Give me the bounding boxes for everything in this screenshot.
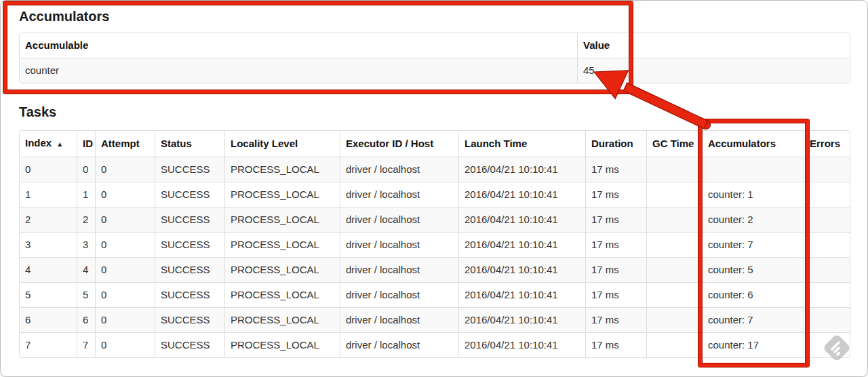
task-cell-accumulators: counter: 1 <box>702 182 804 207</box>
task-cell-accumulators <box>702 157 804 182</box>
task-cell-gc-time <box>646 257 702 282</box>
tasks-col-header-gc-time[interactable]: GC Time <box>646 131 702 157</box>
accumulable-column-header[interactable]: Accumulable <box>20 33 577 58</box>
tasks-col-header-executor-id-host[interactable]: Executor ID / Host <box>340 131 458 157</box>
task-cell-id: 6 <box>77 307 95 332</box>
task-cell-id: 3 <box>77 232 95 257</box>
task-cell-executor-id-host: driver / localhost <box>340 282 458 307</box>
task-cell-attempt: 0 <box>95 232 155 257</box>
task-cell-index: 0 <box>20 157 77 182</box>
task-cell-status: SUCCESS <box>155 332 224 357</box>
task-cell-launch-time: 2016/04/21 10:10:41 <box>458 207 585 232</box>
task-cell-id: 2 <box>77 207 95 232</box>
task-row: 2 2 0 SUCCESS PROCESS_LOCAL driver / loc… <box>20 207 850 232</box>
task-cell-errors <box>804 182 850 207</box>
task-cell-status: SUCCESS <box>155 232 224 257</box>
task-cell-launch-time: 2016/04/21 10:10:41 <box>458 257 585 282</box>
task-cell-attempt: 0 <box>95 282 155 307</box>
task-cell-accumulators: counter: 5 <box>702 257 804 282</box>
tasks-col-header-errors[interactable]: Errors <box>804 131 850 157</box>
tasks-col-header-duration[interactable]: Duration <box>585 131 646 157</box>
task-cell-index: 1 <box>20 182 77 207</box>
task-cell-launch-time: 2016/04/21 10:10:41 <box>458 307 585 332</box>
tasks-col-header-attempt[interactable]: Attempt <box>95 131 155 157</box>
task-cell-duration: 17 ms <box>585 332 646 357</box>
task-cell-executor-id-host: driver / localhost <box>340 332 458 357</box>
task-cell-status: SUCCESS <box>155 307 224 332</box>
task-cell-id: 4 <box>77 257 95 282</box>
accumulators-section-title: Accumulators <box>19 8 849 24</box>
value-column-header[interactable]: Value <box>577 33 850 58</box>
task-cell-errors <box>804 257 850 282</box>
tasks-col-header-index-label: Index <box>25 137 52 148</box>
task-row: 0 0 0 SUCCESS PROCESS_LOCAL driver / loc… <box>20 157 850 182</box>
task-cell-index: 7 <box>20 332 77 357</box>
task-cell-index: 5 <box>20 282 77 307</box>
task-cell-duration: 17 ms <box>585 157 646 182</box>
accumulator-value-cell: 45 <box>577 58 850 83</box>
task-cell-duration: 17 ms <box>585 207 646 232</box>
task-cell-errors <box>804 157 850 182</box>
tasks-section-title: Tasks <box>19 104 849 120</box>
task-cell-launch-time: 2016/04/21 10:10:41 <box>458 232 585 257</box>
task-cell-locality-level: PROCESS_LOCAL <box>224 182 340 207</box>
task-cell-gc-time <box>646 157 702 182</box>
task-cell-locality-level: PROCESS_LOCAL <box>224 257 340 282</box>
task-cell-accumulators: counter: 2 <box>702 207 804 232</box>
task-cell-status: SUCCESS <box>155 257 224 282</box>
task-cell-gc-time <box>646 232 702 257</box>
task-cell-executor-id-host: driver / localhost <box>340 257 458 282</box>
page-content: Accumulators Accumulable Value counter 4… <box>19 0 849 358</box>
task-cell-duration: 17 ms <box>585 282 646 307</box>
tasks-table-header-row: Index▲ ID Attempt Status Locality Level … <box>20 131 850 157</box>
task-cell-id: 5 <box>77 282 95 307</box>
task-cell-duration: 17 ms <box>585 182 646 207</box>
task-cell-accumulators: counter: 7 <box>702 307 804 332</box>
tasks-table: Index▲ ID Attempt Status Locality Level … <box>19 130 850 358</box>
task-cell-id: 0 <box>77 157 95 182</box>
task-cell-duration: 17 ms <box>585 232 646 257</box>
task-cell-status: SUCCESS <box>155 207 224 232</box>
tasks-col-header-id[interactable]: ID <box>77 131 95 157</box>
task-cell-index: 2 <box>20 207 77 232</box>
task-cell-status: SUCCESS <box>155 182 224 207</box>
task-cell-accumulators: counter: 17 <box>702 332 804 357</box>
task-cell-locality-level: PROCESS_LOCAL <box>224 307 340 332</box>
task-cell-id: 7 <box>77 332 95 357</box>
tasks-col-header-accumulators[interactable]: Accumulators <box>702 131 804 157</box>
tasks-col-header-locality-level[interactable]: Locality Level <box>224 131 340 157</box>
task-cell-accumulators: counter: 7 <box>702 232 804 257</box>
tasks-col-header-status[interactable]: Status <box>155 131 224 157</box>
task-cell-errors <box>804 307 850 332</box>
task-cell-status: SUCCESS <box>155 282 224 307</box>
task-cell-errors <box>804 232 850 257</box>
task-cell-errors <box>804 207 850 232</box>
accumulators-table: Accumulable Value counter 45 <box>19 33 850 83</box>
task-cell-attempt: 0 <box>95 182 155 207</box>
task-row: 1 1 0 SUCCESS PROCESS_LOCAL driver / loc… <box>20 182 850 207</box>
task-row: 6 6 0 SUCCESS PROCESS_LOCAL driver / loc… <box>20 307 850 332</box>
task-cell-duration: 17 ms <box>585 307 646 332</box>
task-cell-duration: 17 ms <box>585 257 646 282</box>
task-cell-launch-time: 2016/04/21 10:10:41 <box>458 157 585 182</box>
task-cell-attempt: 0 <box>95 257 155 282</box>
task-cell-errors <box>804 282 850 307</box>
task-cell-executor-id-host: driver / localhost <box>340 182 458 207</box>
task-cell-accumulators: counter: 6 <box>702 282 804 307</box>
sort-ascending-icon: ▲ <box>56 140 63 148</box>
task-cell-status: SUCCESS <box>155 157 224 182</box>
accumulator-row: counter 45 <box>20 58 850 83</box>
task-row: 3 3 0 SUCCESS PROCESS_LOCAL driver / loc… <box>20 232 850 257</box>
task-cell-errors <box>804 332 850 357</box>
task-cell-locality-level: PROCESS_LOCAL <box>224 232 340 257</box>
tasks-col-header-launch-time[interactable]: Launch Time <box>458 131 585 157</box>
task-cell-executor-id-host: driver / localhost <box>340 207 458 232</box>
task-row: 4 4 0 SUCCESS PROCESS_LOCAL driver / loc… <box>20 257 850 282</box>
task-cell-executor-id-host: driver / localhost <box>340 232 458 257</box>
accumulable-name-cell: counter <box>20 58 577 83</box>
task-cell-attempt: 0 <box>95 207 155 232</box>
task-row: 7 7 0 SUCCESS PROCESS_LOCAL driver / loc… <box>20 332 850 357</box>
task-cell-gc-time <box>646 307 702 332</box>
tasks-col-header-index[interactable]: Index▲ <box>20 131 77 157</box>
task-cell-locality-level: PROCESS_LOCAL <box>224 157 340 182</box>
